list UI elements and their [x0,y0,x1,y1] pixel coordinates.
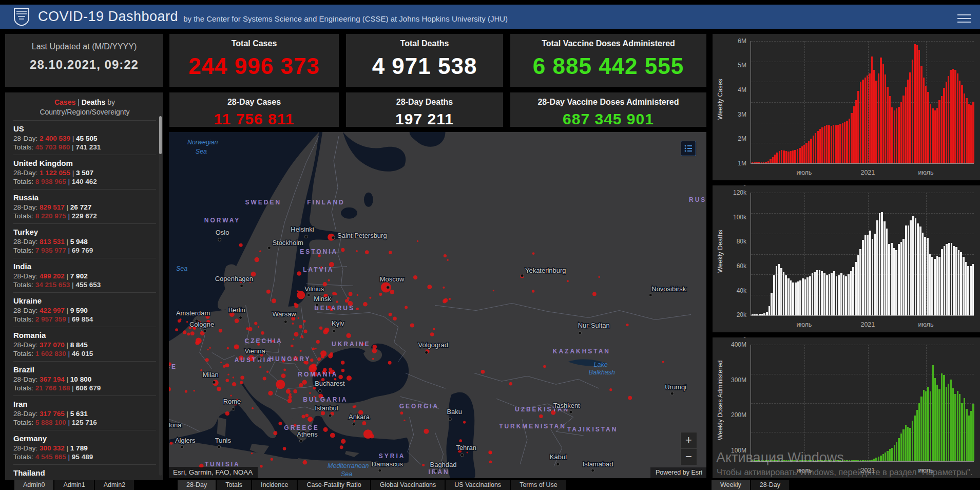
world-map[interactable]: NORWAYSWEDENFINLANDESTONIALATVIABELARUSU… [169,132,706,478]
country-row[interactable]: Thailand28-Day: 295 448 | 2 367Totals: 1… [13,464,156,480]
country-name: Turkey [13,228,156,236]
tab-admin0[interactable]: Admin0 [14,480,53,490]
y-axis-title: Weekly Doses Administered [714,337,727,463]
weekly-deaths-chart: Weekly Deaths120k100k80k60k40k20k0июль20… [713,185,980,332]
country-row[interactable]: Germany28-Day: 300 332 | 1 789Totals: 4 … [13,430,156,464]
svg-text:TURKMENISTAN: TURKMENISTAN [499,423,566,430]
tab-us-vaccinations[interactable]: US Vaccinations [446,480,510,490]
last-updated-panel: Last Updated at (M/D/YYYY) 28.10.2021, 0… [5,34,163,87]
country-totals-line: Totals: 8 938 965 | 140 462 [13,177,156,186]
tab-28-day[interactable]: 28-Day [178,480,216,490]
svg-text:BELARUS: BELARUS [314,305,355,312]
tab-admin1[interactable]: Admin1 [54,480,93,490]
y-tick-label: 200M [717,411,746,419]
bars [752,345,974,461]
country-28day-line: 28-Day: 377 070 | 8 845 [13,341,156,349]
tab-terms-of-use[interactable]: Terms of Use [511,480,566,490]
svg-text:Warsaw: Warsaw [272,310,296,318]
total-vaccines-label: Total Vaccine Doses Administered [510,39,706,48]
svg-text:Cologne: Cologne [189,321,214,328]
tab-totals[interactable]: Totals [217,480,251,490]
svg-text:LATVIA: LATVIA [303,266,334,273]
app-header: COVID-19 Dashboard by the Center for Sys… [0,5,980,29]
country-totals-line: Totals: 7 935 977 | 69 769 [13,246,156,255]
y-tick-label: 1M [717,160,746,167]
x-tick-label: июль [918,321,934,328]
country-row[interactable]: US28-Day: 2 400 539 | 45 505Totals: 45 7… [13,120,156,155]
x-tick-label: июль [918,169,934,176]
country-totals-line: Totals: 5 888 100 | 125 716 [13,418,156,427]
scrollbar-track[interactable] [159,116,162,476]
admin-tabs: Admin0Admin1Admin2 [14,480,134,490]
svg-text:Balkhash: Balkhash [589,369,615,376]
svg-text:RUSSIA: RUSSIA [689,196,706,203]
tab-admin2[interactable]: Admin2 [95,480,134,490]
country-row[interactable]: India28-Day: 499 202 | 7 902Totals: 34 2… [13,258,156,292]
country-row[interactable]: United Kingdom28-Day: 1 122 055 | 3 507T… [13,155,156,189]
svg-text:Algiers: Algiers [175,437,196,444]
svg-text:Baku: Baku [447,408,462,416]
header-sep: | [78,98,80,106]
header-cases: Cases [54,98,75,106]
tab-28-day[interactable]: 28-Day [751,480,789,490]
map-zoom-out-button[interactable]: − [680,448,697,465]
country-name: Russia [13,193,156,202]
country-totals-line: Totals: 4 545 665 | 95 489 [13,453,156,461]
svg-text:Tashkent: Tashkent [553,402,580,409]
country-row[interactable]: Russia28-Day: 829 517 | 26 727Totals: 8 … [13,189,156,223]
tab-incidence[interactable]: Incidence [252,480,297,490]
svg-text:Yekaterinburg: Yekaterinburg [525,267,566,274]
tab-case-fatality-ratio[interactable]: Case-Fatality Ratio [298,480,370,490]
svg-text:Islamabad: Islamabad [583,460,613,468]
day28-vaccines-panel: 28-Day Vaccine Doses Administered 687 34… [510,92,706,127]
total-deaths-label: Total Deaths [346,39,503,48]
country-name: Brazil [13,365,156,374]
legend-button[interactable] [681,141,696,156]
total-deaths-panel: Total Deaths 4 971 538 [346,34,503,87]
y-tick-label: 80k [717,238,746,245]
chart-period-tabs: Weekly28-Day [712,480,789,490]
y-axis-title: Weekly Deaths [714,185,727,317]
country-28day-line: 28-Day: 813 531 | 5 948 [13,237,156,246]
svg-text:Sea: Sea [341,470,352,478]
svg-text:IRAN: IRAN [429,468,450,476]
svg-text:Baghdad: Baghdad [430,461,457,468]
country-row[interactable]: Romania28-Day: 377 070 | 8 845Totals: 1 … [13,327,156,361]
country-row[interactable]: Turkey28-Day: 813 531 | 5 948Totals: 7 9… [13,223,156,258]
map-panel[interactable]: NORWAYSWEDENFINLANDESTONIALATVIABELARUSU… [169,132,706,478]
y-axis-title: Weekly Cases [714,34,727,165]
menu-icon[interactable] [957,12,971,21]
map-attribution: Esri, Garmin, FAO, NOAA [169,467,258,478]
bars [752,193,974,315]
scrollbar-thumb[interactable] [159,116,162,154]
svg-text:Ankara: Ankara [349,413,370,421]
svg-text:Minsk: Minsk [314,295,331,303]
total-cases-value: 244 996 373 [169,53,339,79]
tab-weekly[interactable]: Weekly [712,480,750,490]
country-totals-line: Totals: 2 957 359 | 69 854 [13,315,156,324]
country-row[interactable]: Ukraine28-Day: 422 997 | 9 590Totals: 2 … [13,292,156,327]
svg-text:Milan: Milan [203,371,219,379]
windows-activation-watermark-line2: Чтобы активировать Windows, перейдите в … [717,467,972,477]
svg-text:SWEDEN: SWEDEN [245,199,281,206]
y-tick-label: 6M [717,37,746,45]
map-zoom-in-button[interactable]: + [680,432,697,449]
tab-global-vaccinations[interactable]: Global Vaccinations [371,480,445,490]
day28-deaths-value: 197 211 [346,110,503,128]
page-title: COVID-19 Dashboard [38,9,178,25]
map-metric-tabs: 28-DayTotalsIncidenceCase-Fatality Ratio… [178,480,566,490]
y-tick-label: 120k [717,189,746,196]
country-row[interactable]: Brazil28-Day: 367 194 | 10 800Totals: 21… [13,361,156,395]
svg-text:SYRIA: SYRIA [379,453,406,460]
country-row[interactable]: Iran28-Day: 317 765 | 5 631Totals: 5 888… [13,395,156,430]
bottom-tab-bar: Admin0Admin1Admin2 28-DayTotalsIncidence… [0,480,980,490]
country-name: Germany [13,434,156,443]
page-subtitle: by the Center for Systems Science and En… [183,11,508,23]
svg-text:AUSTRIA: AUSTRIA [235,356,273,364]
svg-text:ESTONIA: ESTONIA [300,248,338,255]
svg-text:Lake: Lake [594,361,608,368]
country-totals-line: Totals: 34 215 653 | 455 653 [13,280,156,289]
total-cases-label: Total Cases [169,39,339,48]
svg-text:Moscow: Moscow [380,275,405,283]
svg-text:Bucharest: Bucharest [315,380,345,387]
